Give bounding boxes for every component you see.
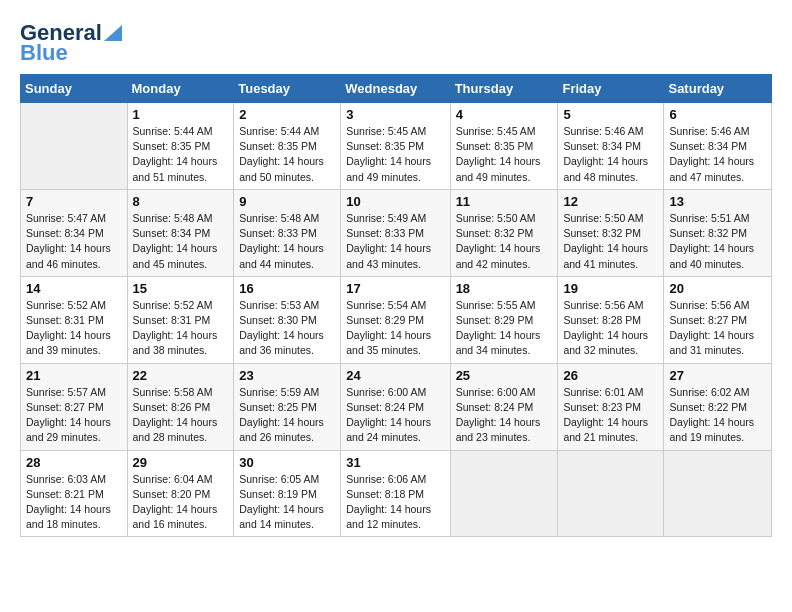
day-number: 8 <box>133 194 229 209</box>
day-info: Sunrise: 6:03 AM Sunset: 8:21 PM Dayligh… <box>26 472 122 533</box>
calendar-cell: 5Sunrise: 5:46 AM Sunset: 8:34 PM Daylig… <box>558 103 664 190</box>
calendar-cell: 4Sunrise: 5:45 AM Sunset: 8:35 PM Daylig… <box>450 103 558 190</box>
svg-marker-0 <box>104 25 122 41</box>
day-number: 13 <box>669 194 766 209</box>
calendar-cell: 21Sunrise: 5:57 AM Sunset: 8:27 PM Dayli… <box>21 363 128 450</box>
weekday-header-row: SundayMondayTuesdayWednesdayThursdayFrid… <box>21 75 772 103</box>
day-info: Sunrise: 5:45 AM Sunset: 8:35 PM Dayligh… <box>346 124 444 185</box>
day-info: Sunrise: 6:06 AM Sunset: 8:18 PM Dayligh… <box>346 472 444 533</box>
day-number: 18 <box>456 281 553 296</box>
day-info: Sunrise: 6:04 AM Sunset: 8:20 PM Dayligh… <box>133 472 229 533</box>
day-number: 25 <box>456 368 553 383</box>
day-info: Sunrise: 5:51 AM Sunset: 8:32 PM Dayligh… <box>669 211 766 272</box>
weekday-header-thursday: Thursday <box>450 75 558 103</box>
calendar-cell: 15Sunrise: 5:52 AM Sunset: 8:31 PM Dayli… <box>127 276 234 363</box>
day-info: Sunrise: 5:46 AM Sunset: 8:34 PM Dayligh… <box>563 124 658 185</box>
day-info: Sunrise: 5:59 AM Sunset: 8:25 PM Dayligh… <box>239 385 335 446</box>
day-number: 27 <box>669 368 766 383</box>
weekday-header-saturday: Saturday <box>664 75 772 103</box>
calendar-cell: 2Sunrise: 5:44 AM Sunset: 8:35 PM Daylig… <box>234 103 341 190</box>
calendar-cell: 7Sunrise: 5:47 AM Sunset: 8:34 PM Daylig… <box>21 189 128 276</box>
day-number: 30 <box>239 455 335 470</box>
calendar-cell: 24Sunrise: 6:00 AM Sunset: 8:24 PM Dayli… <box>341 363 450 450</box>
calendar-cell: 3Sunrise: 5:45 AM Sunset: 8:35 PM Daylig… <box>341 103 450 190</box>
calendar-cell: 22Sunrise: 5:58 AM Sunset: 8:26 PM Dayli… <box>127 363 234 450</box>
day-number: 10 <box>346 194 444 209</box>
week-row-5: 28Sunrise: 6:03 AM Sunset: 8:21 PM Dayli… <box>21 450 772 537</box>
day-info: Sunrise: 6:05 AM Sunset: 8:19 PM Dayligh… <box>239 472 335 533</box>
calendar-cell: 14Sunrise: 5:52 AM Sunset: 8:31 PM Dayli… <box>21 276 128 363</box>
calendar-table: SundayMondayTuesdayWednesdayThursdayFrid… <box>20 74 772 537</box>
day-number: 5 <box>563 107 658 122</box>
day-info: Sunrise: 5:49 AM Sunset: 8:33 PM Dayligh… <box>346 211 444 272</box>
calendar-cell: 12Sunrise: 5:50 AM Sunset: 8:32 PM Dayli… <box>558 189 664 276</box>
calendar-cell <box>558 450 664 537</box>
day-number: 2 <box>239 107 335 122</box>
day-info: Sunrise: 5:56 AM Sunset: 8:27 PM Dayligh… <box>669 298 766 359</box>
day-info: Sunrise: 5:56 AM Sunset: 8:28 PM Dayligh… <box>563 298 658 359</box>
calendar-cell: 30Sunrise: 6:05 AM Sunset: 8:19 PM Dayli… <box>234 450 341 537</box>
week-row-1: 1Sunrise: 5:44 AM Sunset: 8:35 PM Daylig… <box>21 103 772 190</box>
calendar-cell: 13Sunrise: 5:51 AM Sunset: 8:32 PM Dayli… <box>664 189 772 276</box>
calendar-cell: 1Sunrise: 5:44 AM Sunset: 8:35 PM Daylig… <box>127 103 234 190</box>
day-info: Sunrise: 5:52 AM Sunset: 8:31 PM Dayligh… <box>26 298 122 359</box>
day-number: 12 <box>563 194 658 209</box>
calendar-cell: 20Sunrise: 5:56 AM Sunset: 8:27 PM Dayli… <box>664 276 772 363</box>
day-info: Sunrise: 5:52 AM Sunset: 8:31 PM Dayligh… <box>133 298 229 359</box>
page: General Blue SundayMondayTuesdayWednesda… <box>0 0 792 612</box>
day-number: 1 <box>133 107 229 122</box>
day-number: 3 <box>346 107 444 122</box>
calendar-cell: 31Sunrise: 6:06 AM Sunset: 8:18 PM Dayli… <box>341 450 450 537</box>
day-number: 14 <box>26 281 122 296</box>
day-info: Sunrise: 5:54 AM Sunset: 8:29 PM Dayligh… <box>346 298 444 359</box>
day-info: Sunrise: 6:00 AM Sunset: 8:24 PM Dayligh… <box>456 385 553 446</box>
calendar-cell <box>450 450 558 537</box>
calendar-cell <box>21 103 128 190</box>
header: General Blue <box>20 16 772 66</box>
calendar-cell: 28Sunrise: 6:03 AM Sunset: 8:21 PM Dayli… <box>21 450 128 537</box>
day-number: 21 <box>26 368 122 383</box>
day-info: Sunrise: 5:48 AM Sunset: 8:34 PM Dayligh… <box>133 211 229 272</box>
day-number: 28 <box>26 455 122 470</box>
logo: General Blue <box>20 16 122 66</box>
day-number: 19 <box>563 281 658 296</box>
day-number: 11 <box>456 194 553 209</box>
day-info: Sunrise: 6:00 AM Sunset: 8:24 PM Dayligh… <box>346 385 444 446</box>
day-info: Sunrise: 6:02 AM Sunset: 8:22 PM Dayligh… <box>669 385 766 446</box>
calendar-cell: 19Sunrise: 5:56 AM Sunset: 8:28 PM Dayli… <box>558 276 664 363</box>
calendar-cell: 23Sunrise: 5:59 AM Sunset: 8:25 PM Dayli… <box>234 363 341 450</box>
day-number: 24 <box>346 368 444 383</box>
day-info: Sunrise: 5:48 AM Sunset: 8:33 PM Dayligh… <box>239 211 335 272</box>
week-row-3: 14Sunrise: 5:52 AM Sunset: 8:31 PM Dayli… <box>21 276 772 363</box>
week-row-2: 7Sunrise: 5:47 AM Sunset: 8:34 PM Daylig… <box>21 189 772 276</box>
logo-blue: Blue <box>20 40 68 66</box>
day-number: 15 <box>133 281 229 296</box>
day-info: Sunrise: 5:44 AM Sunset: 8:35 PM Dayligh… <box>239 124 335 185</box>
calendar-cell: 10Sunrise: 5:49 AM Sunset: 8:33 PM Dayli… <box>341 189 450 276</box>
day-info: Sunrise: 5:45 AM Sunset: 8:35 PM Dayligh… <box>456 124 553 185</box>
day-info: Sunrise: 5:50 AM Sunset: 8:32 PM Dayligh… <box>456 211 553 272</box>
day-number: 9 <box>239 194 335 209</box>
day-info: Sunrise: 5:58 AM Sunset: 8:26 PM Dayligh… <box>133 385 229 446</box>
day-number: 6 <box>669 107 766 122</box>
day-info: Sunrise: 5:57 AM Sunset: 8:27 PM Dayligh… <box>26 385 122 446</box>
day-number: 16 <box>239 281 335 296</box>
day-info: Sunrise: 5:55 AM Sunset: 8:29 PM Dayligh… <box>456 298 553 359</box>
calendar-cell: 18Sunrise: 5:55 AM Sunset: 8:29 PM Dayli… <box>450 276 558 363</box>
week-row-4: 21Sunrise: 5:57 AM Sunset: 8:27 PM Dayli… <box>21 363 772 450</box>
calendar-cell: 9Sunrise: 5:48 AM Sunset: 8:33 PM Daylig… <box>234 189 341 276</box>
calendar-cell: 8Sunrise: 5:48 AM Sunset: 8:34 PM Daylig… <box>127 189 234 276</box>
day-number: 7 <box>26 194 122 209</box>
day-info: Sunrise: 5:44 AM Sunset: 8:35 PM Dayligh… <box>133 124 229 185</box>
calendar-cell: 26Sunrise: 6:01 AM Sunset: 8:23 PM Dayli… <box>558 363 664 450</box>
weekday-header-monday: Monday <box>127 75 234 103</box>
calendar-cell: 25Sunrise: 6:00 AM Sunset: 8:24 PM Dayli… <box>450 363 558 450</box>
day-number: 23 <box>239 368 335 383</box>
day-number: 4 <box>456 107 553 122</box>
calendar-cell: 27Sunrise: 6:02 AM Sunset: 8:22 PM Dayli… <box>664 363 772 450</box>
day-number: 31 <box>346 455 444 470</box>
calendar-cell <box>664 450 772 537</box>
calendar-cell: 17Sunrise: 5:54 AM Sunset: 8:29 PM Dayli… <box>341 276 450 363</box>
day-info: Sunrise: 6:01 AM Sunset: 8:23 PM Dayligh… <box>563 385 658 446</box>
day-info: Sunrise: 5:46 AM Sunset: 8:34 PM Dayligh… <box>669 124 766 185</box>
